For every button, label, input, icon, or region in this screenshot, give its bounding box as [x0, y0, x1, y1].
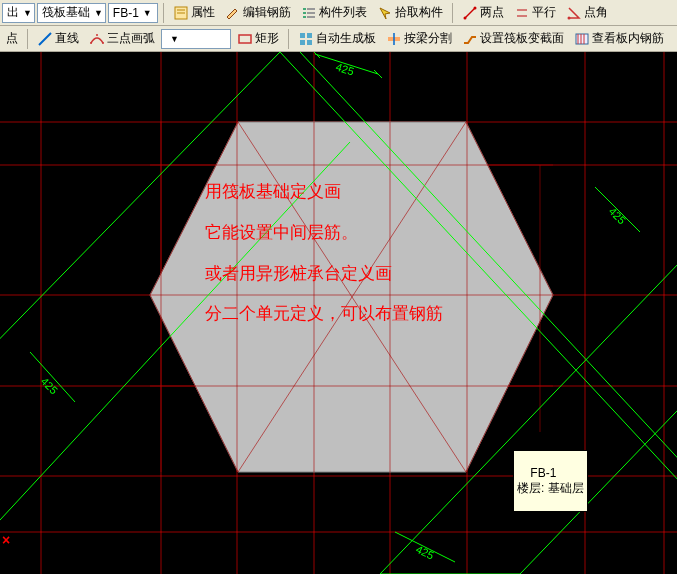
combo-id-text: FB-1: [113, 6, 139, 20]
component-list-label: 构件列表: [319, 4, 367, 21]
combo-partial-text: 出: [7, 4, 19, 21]
svg-rect-7: [307, 12, 315, 14]
dim-label: 425: [607, 205, 628, 226]
svg-line-15: [39, 33, 51, 45]
auto-gen-button[interactable]: 自动生成板: [294, 27, 380, 50]
attributes-button[interactable]: 属性: [169, 1, 219, 24]
view-plate-rebar-label: 查看板内钢筋: [592, 30, 664, 47]
rect-icon: [237, 31, 253, 47]
svg-line-68: [374, 70, 382, 78]
annotation-line-3: 或者用异形桩承台定义画: [205, 254, 443, 295]
auto-gen-label: 自动生成板: [316, 30, 376, 47]
toolbar-2: 点 直线 三点画弧 ▼ 矩形 自动生成板 按梁分割 设置筏板变截面 查看板内钢筋: [0, 26, 677, 52]
dim-label: 425: [334, 60, 355, 77]
set-raft-section-button[interactable]: 设置筏板变截面: [458, 27, 568, 50]
toolbar-separator: [27, 29, 28, 49]
view-plate-rebar-button[interactable]: 查看板内钢筋: [570, 27, 668, 50]
toolbar-1: 出 ▼ 筏板基础 ▼ FB-1 ▼ 属性 编辑钢筋 构件列表 拾取构件 两点 平…: [0, 0, 677, 26]
point-angle-icon: [566, 5, 582, 21]
parallel-label: 平行: [532, 4, 556, 21]
two-point-label: 两点: [480, 4, 504, 21]
dim-label: 425: [414, 543, 436, 562]
drawing-canvas[interactable]: 425 425 425 425 用筏板基础定义画 它能设置中间层筋。 或者用异形…: [0, 52, 677, 574]
set-raft-section-label: 设置筏板变截面: [480, 30, 564, 47]
auto-gen-icon: [298, 31, 314, 47]
svg-point-10: [463, 16, 466, 19]
svg-rect-21: [307, 33, 312, 38]
dropdown-arrow-icon: ▼: [143, 8, 152, 18]
combo-type-text: 筏板基础: [42, 4, 90, 21]
svg-rect-6: [307, 8, 315, 10]
section-icon: [462, 31, 478, 47]
svg-rect-22: [300, 40, 305, 45]
line-icon: [37, 31, 53, 47]
toolbar-separator: [288, 29, 289, 49]
edit-rebar-label: 编辑钢筋: [243, 4, 291, 21]
line-label: 直线: [55, 30, 79, 47]
rect-button[interactable]: 矩形: [233, 27, 283, 50]
point-angle-button[interactable]: 点角: [562, 1, 612, 24]
annotation-line-4: 分二个单元定义，可以布置钢筋: [205, 294, 443, 335]
point-label: 点: [6, 30, 18, 47]
draw-mode-combo[interactable]: ▼: [161, 29, 231, 49]
point-angle-label: 点角: [584, 4, 608, 21]
toolbar-separator: [163, 3, 164, 23]
combo-partial[interactable]: 出 ▼: [2, 3, 35, 23]
pick-component-label: 拾取构件: [395, 4, 443, 21]
beam-split-icon: [386, 31, 402, 47]
rect-label: 矩形: [255, 30, 279, 47]
two-point-button[interactable]: 两点: [458, 1, 508, 24]
beam-split-button[interactable]: 按梁分割: [382, 27, 456, 50]
pick-icon: [377, 5, 393, 21]
origin-marker: ×: [2, 532, 10, 548]
pick-component-button[interactable]: 拾取构件: [373, 1, 447, 24]
svg-point-14: [567, 16, 570, 19]
svg-line-9: [465, 8, 475, 18]
dropdown-arrow-icon: ▼: [170, 34, 179, 44]
toolbar-separator: [452, 3, 453, 23]
line-button[interactable]: 直线: [33, 27, 83, 50]
parallel-button[interactable]: 平行: [510, 1, 560, 24]
properties-icon: [173, 5, 189, 21]
component-list-button[interactable]: 构件列表: [297, 1, 371, 24]
arc3-button[interactable]: 三点画弧: [85, 27, 159, 50]
dim-label: 425: [39, 375, 60, 396]
svg-point-11: [473, 6, 476, 9]
svg-rect-8: [307, 16, 315, 18]
annotation-text: 用筏板基础定义画 它能设置中间层筋。 或者用异形桩承台定义画 分二个单元定义，可…: [205, 172, 443, 335]
two-point-icon: [462, 5, 478, 21]
view-rebar-icon: [574, 31, 590, 47]
svg-rect-19: [239, 35, 251, 43]
combo-component-id[interactable]: FB-1 ▼: [108, 3, 158, 23]
annotation-line-2: 它能设置中间层筋。: [205, 213, 443, 254]
beam-split-label: 按梁分割: [404, 30, 452, 47]
list-icon: [301, 5, 317, 21]
annotation-line-1: 用筏板基础定义画: [205, 172, 443, 213]
dropdown-arrow-icon: ▼: [23, 8, 32, 18]
tooltip-text: FB-1 楼层: 基础层: [517, 466, 584, 494]
arc-icon: [89, 31, 105, 47]
svg-point-18: [102, 42, 104, 44]
svg-rect-20: [300, 33, 305, 38]
point-button[interactable]: 点: [2, 27, 22, 50]
edit-rebar-button[interactable]: 编辑钢筋: [221, 1, 295, 24]
svg-point-16: [90, 42, 92, 44]
svg-rect-5: [303, 16, 306, 18]
svg-rect-4: [303, 12, 306, 14]
component-tooltip: FB-1 楼层: 基础层: [513, 450, 588, 512]
attr-label: 属性: [191, 4, 215, 21]
dropdown-arrow-icon: ▼: [94, 8, 103, 18]
arc3-label: 三点画弧: [107, 30, 155, 47]
svg-rect-23: [307, 40, 312, 45]
svg-rect-3: [303, 8, 306, 10]
svg-point-17: [96, 34, 98, 36]
edit-rebar-icon: [225, 5, 241, 21]
parallel-icon: [514, 5, 530, 21]
combo-component-type[interactable]: 筏板基础 ▼: [37, 3, 106, 23]
